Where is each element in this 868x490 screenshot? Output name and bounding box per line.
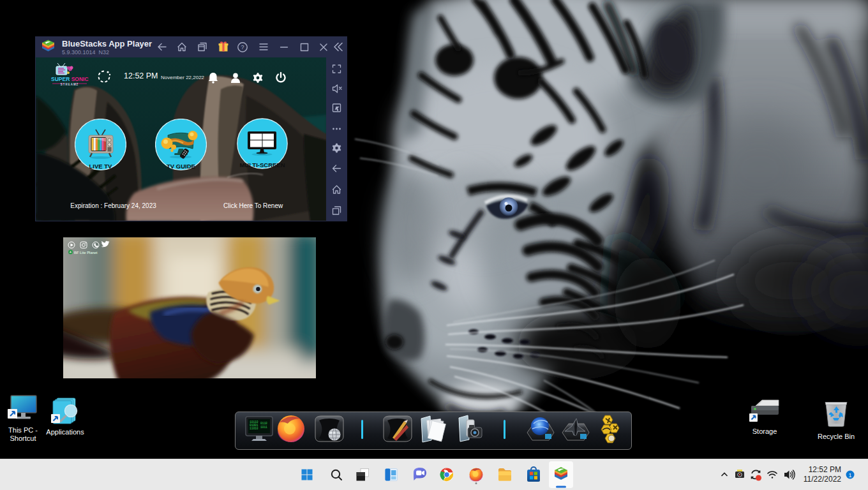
svg-text:5.9.300.1014 N32: 5.9.300.1014 N32 <box>62 49 109 56</box>
svg-text:SUPER SONIC: SUPER SONIC <box>51 76 89 82</box>
svg-text:1: 1 <box>848 472 851 479</box>
svg-text:BlueStacks App Player: BlueStacks App Player <box>62 39 152 48</box>
svg-text:12:52 PM: 12:52 PM <box>809 465 841 474</box>
svg-text:MULTI-SCREEN: MULTI-SCREEN <box>239 161 285 168</box>
svg-text:11/22/2022: 11/22/2022 <box>804 475 841 484</box>
svg-text:STREAMZ: STREAMZ <box>61 83 79 86</box>
svg-text:11010: 11010 <box>250 427 258 430</box>
svg-text:LIVE TV: LIVE TV <box>89 163 113 170</box>
svg-text:1011: 1011 <box>260 426 267 429</box>
svg-text:BF Lite Planet: BF Lite Planet <box>74 251 98 255</box>
svg-text:TV GUIDE: TV GUIDE <box>167 163 195 170</box>
svg-text:0110: 0110 <box>260 422 267 425</box>
svg-text:?: ? <box>241 44 244 50</box>
